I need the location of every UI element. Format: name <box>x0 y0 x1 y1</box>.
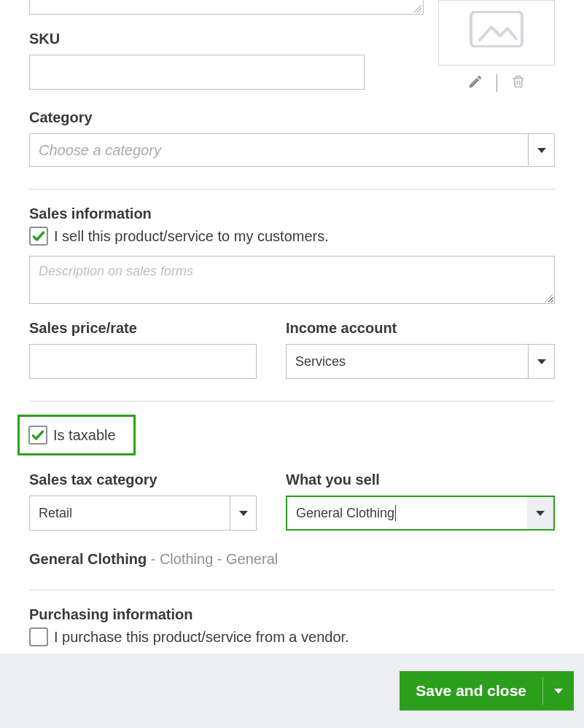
chevron-down-icon <box>239 511 248 516</box>
purchasing-check-row: I purchase this product/service from a v… <box>29 627 555 646</box>
delete-image-icon[interactable] <box>510 73 526 93</box>
image-action-divider <box>497 74 497 92</box>
image-icon <box>468 11 525 47</box>
tax-path-main: General Clothing <box>29 551 147 567</box>
what-you-sell-value: General Clothing <box>287 497 527 529</box>
sales-price-input[interactable] <box>29 344 257 379</box>
what-you-sell-select[interactable]: General Clothing <box>286 496 555 531</box>
footer-bar: Save and close <box>0 654 584 728</box>
image-placeholder[interactable] <box>438 0 555 66</box>
tax-path: General Clothing - Clothing - General <box>29 551 555 568</box>
sales-tax-category-caret[interactable] <box>230 496 256 530</box>
image-actions <box>438 73 555 93</box>
resize-grip-icon[interactable] <box>545 294 553 302</box>
chevron-down-icon <box>537 148 546 153</box>
sales-price-field: Sales price/rate <box>29 304 257 379</box>
sales-info-label: Sales information <box>29 206 555 222</box>
save-dropdown-caret[interactable] <box>543 671 574 711</box>
income-account-caret[interactable] <box>528 345 554 378</box>
purchase-checkbox-label: I purchase this product/service from a v… <box>54 629 349 646</box>
sales-description-placeholder: Description on sales forms <box>39 264 193 278</box>
sell-checkbox[interactable] <box>29 227 48 246</box>
category-select-caret[interactable] <box>528 134 554 166</box>
save-and-close-label: Save and close <box>400 671 542 711</box>
check-icon <box>31 229 46 243</box>
check-icon <box>31 428 45 442</box>
what-you-sell-caret[interactable] <box>527 497 553 529</box>
sales-info-check-row: I sell this product/service to my custom… <box>29 227 555 246</box>
chevron-down-icon <box>537 359 546 364</box>
divider <box>29 189 555 189</box>
sales-price-label: Sales price/rate <box>29 320 257 337</box>
is-taxable-row: Is taxable <box>28 426 116 445</box>
sell-checkbox-label: I sell this product/service to my custom… <box>54 228 329 245</box>
tax-row: Sales tax category Retail What you sell … <box>29 455 555 531</box>
sales-tax-category-field: Sales tax category Retail <box>29 455 257 531</box>
text-caret <box>395 505 396 521</box>
name-textarea-partial[interactable] <box>29 0 424 15</box>
income-account-label: Income account <box>286 320 555 337</box>
edit-image-icon[interactable] <box>467 74 483 93</box>
sku-label: SKU <box>29 31 424 47</box>
income-account-field: Income account Services <box>286 304 555 379</box>
product-form: SKU Category Choose a cate <box>0 0 584 646</box>
tax-path-rest: - Clothing - General <box>147 551 278 567</box>
divider <box>29 590 555 590</box>
image-column <box>438 0 555 93</box>
category-label: Category <box>29 109 555 126</box>
sales-tax-category-value: Retail <box>30 496 230 530</box>
income-account-value: Services <box>287 345 528 378</box>
what-you-sell-label: What you sell <box>286 471 555 488</box>
income-account-select[interactable]: Services <box>286 344 555 379</box>
is-taxable-checkbox[interactable] <box>28 426 47 445</box>
is-taxable-highlight: Is taxable <box>17 415 136 455</box>
top-area: SKU <box>29 0 555 93</box>
what-you-sell-field: What you sell General Clothing <box>286 455 555 531</box>
save-and-close-button[interactable]: Save and close <box>400 671 574 711</box>
sku-input[interactable] <box>29 55 365 90</box>
resize-grip-icon[interactable] <box>414 5 421 12</box>
sales-description-textarea[interactable]: Description on sales forms <box>29 256 555 304</box>
category-select-placeholder: Choose a category <box>30 134 528 166</box>
chevron-down-icon <box>554 689 563 694</box>
purchasing-label: Purchasing information <box>29 606 555 623</box>
sales-tax-category-select[interactable]: Retail <box>29 496 257 531</box>
sales-tax-category-label: Sales tax category <box>29 471 257 488</box>
purchase-checkbox[interactable] <box>29 627 48 646</box>
category-select[interactable]: Choose a category <box>29 133 555 167</box>
chevron-down-icon <box>536 511 545 516</box>
price-account-row: Sales price/rate Income account Services <box>29 304 555 379</box>
svg-rect-0 <box>471 12 522 47</box>
is-taxable-label: Is taxable <box>53 427 116 444</box>
top-left: SKU <box>29 0 424 90</box>
